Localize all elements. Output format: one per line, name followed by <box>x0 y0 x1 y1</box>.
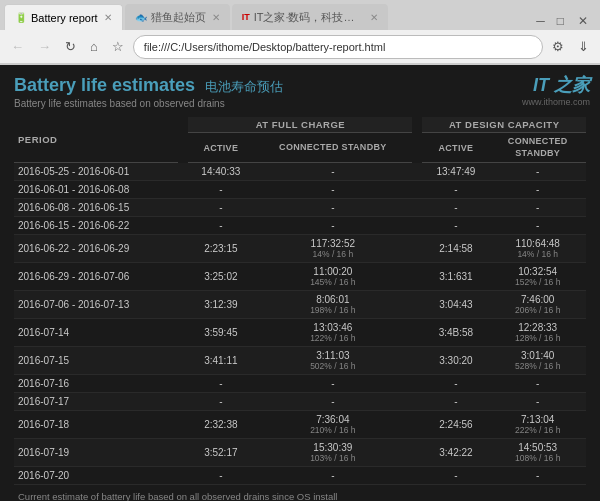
cell-full-standby: 8:06:01198% / 16 h <box>253 291 412 319</box>
cell-full-standby: - <box>253 217 412 235</box>
cell-full-standby: - <box>253 393 412 411</box>
table-row: 2016-07-06 - 2016-07-13 3:12:39 8:06:011… <box>14 291 586 319</box>
design-capacity-header: AT DESIGN CAPACITY <box>422 117 586 133</box>
star-button[interactable]: ☆ <box>107 37 129 56</box>
cell-design-active: - <box>422 199 489 217</box>
cell-design-active: 3:04:43 <box>422 291 489 319</box>
cell-period: 2016-06-08 - 2016-06-15 <box>14 199 178 217</box>
cell-design-active: 2:24:56 <box>422 411 489 439</box>
page-content: IT 之家 www.ithome.com Battery life estima… <box>0 65 600 501</box>
cell-design-active: 3:4B:58 <box>422 319 489 347</box>
address-text: file:///C:/Users/ithome/Desktop/battery-… <box>144 41 385 53</box>
cell-design-standby: - <box>489 393 586 411</box>
battery-table: PERIOD AT FULL CHARGE AT DESIGN CAPACITY… <box>14 117 586 501</box>
cell-design-standby: 110:64:4814% / 16 h <box>489 235 586 263</box>
tab-ithome[interactable]: IT IT之家·数码，科技，生活... ✕ <box>232 4 388 30</box>
cell-period: 2016-05-25 - 2016-06-01 <box>14 163 178 181</box>
design-active-header: ACTIVE <box>422 133 489 163</box>
tab-close-lieyu[interactable]: ✕ <box>212 12 220 23</box>
toolbar: ← → ↻ ⌂ ☆ file:///C:/Users/ithome/Deskto… <box>0 30 600 64</box>
cell-period: 2016-06-29 - 2016-07-06 <box>14 263 178 291</box>
cell-design-standby: - <box>489 217 586 235</box>
cell-period: 2016-06-15 - 2016-06-22 <box>14 217 178 235</box>
cell-period: 2016-07-17 <box>14 393 178 411</box>
table-row: 2016-07-15 3:41:11 3:11:03502% / 16 h 3:… <box>14 347 586 375</box>
cell-full-standby: 117:32:5214% / 16 h <box>253 235 412 263</box>
cell-design-active: 3:42:22 <box>422 439 489 467</box>
tab-lieyu[interactable]: 🐟 猎鱼起始页 ✕ <box>125 4 230 30</box>
cell-full-active: 3:59:45 <box>188 319 253 347</box>
cell-full-active: - <box>188 199 253 217</box>
tab-close-battery[interactable]: ✕ <box>104 12 112 23</box>
cell-period: 2016-07-15 <box>14 347 178 375</box>
cell-design-active: 3:1:631 <box>422 263 489 291</box>
cell-full-active: 14:40:33 <box>188 163 253 181</box>
tab-bar: 🔋 Battery report ✕ 🐟 猎鱼起始页 ✕ IT IT之家·数码，… <box>0 0 600 30</box>
table-row: 2016-06-01 - 2016-06-08 - - - - <box>14 181 586 199</box>
title-chinese: 电池寿命预估 <box>205 78 283 96</box>
cell-design-active: 13:47:49 <box>422 163 489 181</box>
header-title-row: Battery life estimates 电池寿命预估 <box>14 75 586 96</box>
maximize-btn[interactable]: □ <box>551 12 570 30</box>
table-footer: Current estimate of battery life based o… <box>14 485 586 501</box>
table-row: 2016-07-18 2:32:38 7:36:04210% / 16 h 2:… <box>14 411 586 439</box>
cell-design-standby: - <box>489 181 586 199</box>
cell-design-active: 2:14:58 <box>422 235 489 263</box>
cell-full-standby: - <box>253 467 412 485</box>
tab-close-ithome[interactable]: ✕ <box>370 12 378 23</box>
cell-design-standby: 7:46:00206% / 16 h <box>489 291 586 319</box>
toolbar-right: ⚙ ⇓ <box>547 37 594 56</box>
cell-full-standby: - <box>253 375 412 393</box>
cell-full-active: 3:41:11 <box>188 347 253 375</box>
close-btn[interactable]: ✕ <box>570 12 596 30</box>
header-subtitle: Battery life estimates based on observed… <box>14 98 586 109</box>
cell-design-active: - <box>422 467 489 485</box>
cell-full-standby: 3:11:03502% / 16 h <box>253 347 412 375</box>
cell-full-active: 3:52:17 <box>188 439 253 467</box>
cell-full-active: - <box>188 467 253 485</box>
cell-period: 2016-07-16 <box>14 375 178 393</box>
table-body: 2016-05-25 - 2016-06-01 14:40:33 - 13:47… <box>14 163 586 485</box>
footer-note-row: Current estimate of battery life based o… <box>14 485 586 501</box>
cell-full-active: - <box>188 393 253 411</box>
forward-button[interactable]: → <box>33 37 56 56</box>
download-button[interactable]: ⇓ <box>573 37 594 56</box>
table-row: 2016-07-20 - - - - <box>14 467 586 485</box>
cell-full-standby: - <box>253 181 412 199</box>
cell-full-active: 3:25:02 <box>188 263 253 291</box>
table-row: 2016-07-17 - - - - <box>14 393 586 411</box>
cell-full-active: - <box>188 375 253 393</box>
table-row: 2016-07-14 3:59:45 13:03:46122% / 16 h 3… <box>14 319 586 347</box>
tab-label-lieyu: 猎鱼起始页 <box>151 10 206 25</box>
cell-full-active: 2:32:38 <box>188 411 253 439</box>
cell-design-active: 3:30:20 <box>422 347 489 375</box>
settings-button[interactable]: ⚙ <box>547 37 569 56</box>
report-header: Battery life estimates 电池寿命预估 Battery li… <box>14 75 586 109</box>
cell-design-standby: 7:13:04222% / 16 h <box>489 411 586 439</box>
cell-full-standby: - <box>253 163 412 181</box>
cell-full-active: 3:12:39 <box>188 291 253 319</box>
table-row: 2016-07-16 - - - - <box>14 375 586 393</box>
full-active-header: ACTIVE <box>188 133 253 163</box>
address-bar[interactable]: file:///C:/Users/ithome/Desktop/battery-… <box>133 35 543 59</box>
full-standby-header: CONNECTED STANDBY <box>253 133 412 163</box>
cell-design-standby: - <box>489 467 586 485</box>
table-row: 2016-06-22 - 2016-06-29 2:23:15 117:32:5… <box>14 235 586 263</box>
tab-battery-report[interactable]: 🔋 Battery report ✕ <box>4 4 123 30</box>
cell-period: 2016-07-14 <box>14 319 178 347</box>
minimize-btn[interactable]: ─ <box>530 12 551 30</box>
cell-design-active: - <box>422 217 489 235</box>
refresh-button[interactable]: ↻ <box>60 37 81 56</box>
back-button[interactable]: ← <box>6 37 29 56</box>
cell-design-standby: - <box>489 199 586 217</box>
cell-period: 2016-06-01 - 2016-06-08 <box>14 181 178 199</box>
home-button[interactable]: ⌂ <box>85 37 103 56</box>
title-english: Battery life estimates <box>14 75 195 96</box>
cell-full-active: - <box>188 181 253 199</box>
browser-chrome: 🔋 Battery report ✕ 🐟 猎鱼起始页 ✕ IT IT之家·数码，… <box>0 0 600 65</box>
design-standby-header: CONNECTED STANDBY <box>489 133 586 163</box>
table-row: 2016-07-19 3:52:17 15:30:39103% / 16 h 3… <box>14 439 586 467</box>
cell-design-standby: - <box>489 163 586 181</box>
full-charge-header: AT FULL CHARGE <box>188 117 412 133</box>
cell-period: 2016-07-06 - 2016-07-13 <box>14 291 178 319</box>
